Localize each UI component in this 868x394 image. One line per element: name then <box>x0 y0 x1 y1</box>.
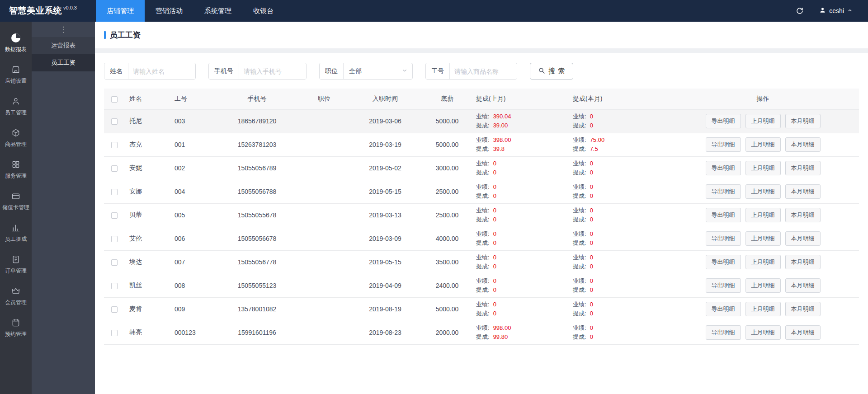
select-all-checkbox[interactable] <box>111 96 118 103</box>
top-tab-marketing-activities[interactable]: 营销活动 <box>145 0 193 22</box>
export-detail-button[interactable]: 导出明细 <box>706 208 741 222</box>
document-icon <box>11 254 20 265</box>
sidebar-item-member-management[interactable]: 会员管理 <box>0 280 32 312</box>
export-detail-button[interactable]: 导出明细 <box>706 114 741 128</box>
top-tab-system-management[interactable]: 系统管理 <box>193 0 242 22</box>
title-accent-bar <box>104 31 106 39</box>
search-button[interactable]: 搜 索 <box>530 63 573 80</box>
performance-value: 0 <box>493 254 496 261</box>
row-checkbox[interactable] <box>111 189 118 195</box>
row-checkbox[interactable] <box>111 118 118 125</box>
export-detail-button[interactable]: 导出明细 <box>706 231 741 246</box>
sidebar-item-appointment-management[interactable]: 预约管理 <box>0 312 32 343</box>
cell-name: 艾伦 <box>125 227 170 250</box>
top-tab-cashier[interactable]: 收银台 <box>242 0 284 22</box>
sidebar-item-order-management[interactable]: 订单管理 <box>0 249 32 280</box>
last-month-detail-button[interactable]: 上月明细 <box>745 231 781 246</box>
row-checkbox[interactable] <box>111 236 118 242</box>
sidebar-item-service-management[interactable]: 服务管理 <box>0 154 32 185</box>
cell-actions: 导出明细上月明细本月明细 <box>667 321 859 344</box>
submenu-item-staff-wages[interactable]: 员工工资 <box>32 54 95 71</box>
top-tab-shop-management[interactable]: 店铺管理 <box>96 0 145 22</box>
performance-value: 398.00 <box>493 136 511 143</box>
sidebar-item-staff-management[interactable]: 员工管理 <box>0 90 32 122</box>
filter-phone: 手机号 <box>208 63 307 80</box>
user-icon <box>819 7 826 15</box>
refresh-icon[interactable] <box>796 7 804 15</box>
row-checkbox[interactable] <box>111 165 118 172</box>
row-checkbox[interactable] <box>111 330 118 336</box>
performance-label: 业绩: <box>573 230 586 237</box>
cell-job-no: 001 <box>170 133 215 156</box>
phone-input[interactable] <box>239 63 306 79</box>
commission-value: 0 <box>493 169 496 176</box>
export-detail-button[interactable]: 导出明细 <box>706 161 741 175</box>
commission-label: 提成: <box>476 192 490 199</box>
sidebar-item-staff-commission[interactable]: 员工提成 <box>0 217 32 249</box>
submenu-items: 运营报表员工工资 <box>32 37 95 71</box>
last-month-detail-button[interactable]: 上月明细 <box>745 184 781 199</box>
export-detail-button[interactable]: 导出明细 <box>706 325 741 340</box>
this-month-detail-button[interactable]: 本月明细 <box>785 255 821 269</box>
sidebar-item-label: 数据报表 <box>5 46 27 53</box>
submenu-item-operation-reports[interactable]: 运营报表 <box>32 37 95 54</box>
sidebar-item-data-reports[interactable]: 数据报表 <box>0 27 32 59</box>
this-month-detail-button[interactable]: 本月明细 <box>785 208 821 222</box>
sidebar-item-stored-card-management[interactable]: 储值卡管理 <box>0 185 32 217</box>
sidebar-item-label: 员工管理 <box>5 109 27 117</box>
cell-name: 埃达 <box>125 250 170 274</box>
sidebar-item-goods-management[interactable]: 商品管理 <box>0 122 32 154</box>
row-checkbox[interactable] <box>111 306 118 313</box>
chevron-down-icon <box>401 67 408 75</box>
export-detail-button[interactable]: 导出明细 <box>706 278 741 293</box>
export-detail-button[interactable]: 导出明细 <box>706 137 741 152</box>
row-checkbox[interactable] <box>111 283 118 289</box>
performance-label: 业绩: <box>573 277 586 284</box>
performance-label: 业绩: <box>476 160 490 167</box>
sidebar-item-shop-settings[interactable]: 店铺设置 <box>0 59 32 90</box>
performance-value: 0 <box>493 230 496 237</box>
last-month-detail-button[interactable]: 上月明细 <box>745 278 781 293</box>
this-month-detail-button[interactable]: 本月明细 <box>785 114 821 128</box>
this-month-detail-button[interactable]: 本月明细 <box>785 184 821 199</box>
row-checkbox[interactable] <box>111 259 118 266</box>
export-detail-button[interactable]: 导出明细 <box>706 184 741 199</box>
this-month-detail-button[interactable]: 本月明细 <box>785 231 821 246</box>
commission-value: 0 <box>590 263 593 270</box>
this-month-detail-button[interactable]: 本月明细 <box>785 137 821 152</box>
last-month-detail-button[interactable]: 上月明细 <box>745 137 781 152</box>
commission-value: 0 <box>493 239 496 246</box>
last-month-detail-button[interactable]: 上月明细 <box>745 302 781 316</box>
position-select[interactable]: 全部 <box>344 63 412 79</box>
this-month-detail-button[interactable]: 本月明细 <box>785 161 821 175</box>
column-header: 手机号 <box>215 89 299 109</box>
last-month-detail-button[interactable]: 上月明细 <box>745 161 781 175</box>
cell-name: 安妮 <box>125 156 170 180</box>
performance-value: 0 <box>493 183 496 190</box>
cell-actions: 导出明细上月明细本月明细 <box>667 156 859 180</box>
user-menu[interactable]: ceshi <box>819 7 853 15</box>
this-month-detail-button[interactable]: 本月明细 <box>785 302 821 316</box>
row-checkbox[interactable] <box>111 142 118 148</box>
commission-label: 提成: <box>476 310 490 317</box>
table-row: 韩亮000123159916011962019-08-232000.00业绩:9… <box>104 321 859 344</box>
name-input[interactable] <box>128 63 195 79</box>
last-month-detail-button[interactable]: 上月明细 <box>745 208 781 222</box>
cell-position <box>299 109 349 133</box>
export-detail-button[interactable]: 导出明细 <box>706 255 741 269</box>
sidebar-collapse-icon[interactable]: ⋮ <box>32 22 95 37</box>
cell-last-month-commission: 业绩:0提成:0 <box>473 203 570 227</box>
export-detail-button[interactable]: 导出明细 <box>706 302 741 316</box>
last-month-detail-button[interactable]: 上月明细 <box>745 255 781 269</box>
last-month-detail-button[interactable]: 上月明细 <box>745 325 781 340</box>
last-month-detail-button[interactable]: 上月明细 <box>745 114 781 128</box>
this-month-detail-button[interactable]: 本月明细 <box>785 325 821 340</box>
filter-job-no: 工号 <box>425 63 517 80</box>
cell-actions: 导出明细上月明细本月明细 <box>667 250 859 274</box>
this-month-detail-button[interactable]: 本月明细 <box>785 278 821 293</box>
row-checkbox[interactable] <box>111 212 118 219</box>
job-no-input[interactable] <box>450 63 517 79</box>
performance-label: 业绩: <box>573 183 586 190</box>
layout: 数据报表店铺设置员工管理商品管理服务管理储值卡管理员工提成订单管理会员管理预约管… <box>0 22 868 394</box>
sidebar-item-label: 会员管理 <box>5 299 27 306</box>
